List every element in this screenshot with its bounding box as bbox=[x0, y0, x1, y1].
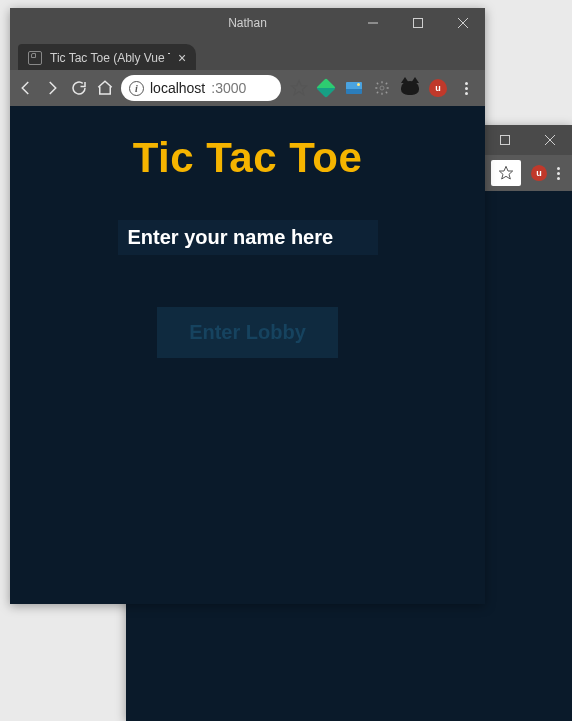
ublock-icon[interactable]: u bbox=[429, 79, 447, 97]
minimize-button[interactable] bbox=[350, 8, 395, 38]
site-info-icon[interactable]: i bbox=[129, 81, 144, 96]
name-input[interactable] bbox=[128, 226, 368, 249]
extension-gear-icon[interactable] bbox=[373, 79, 391, 97]
titlebar-front[interactable]: Nathan bbox=[10, 8, 485, 38]
url-field[interactable]: i localhost:3000 bbox=[121, 75, 281, 101]
browser-window-front: Nathan Tic Tac Toe (Ably Vue Tut × i loc… bbox=[10, 8, 485, 604]
browser-menu-icon[interactable] bbox=[457, 79, 475, 97]
svg-point-10 bbox=[380, 86, 384, 90]
close-window-button[interactable] bbox=[527, 125, 572, 155]
back-button[interactable] bbox=[16, 76, 36, 100]
svg-rect-1 bbox=[500, 136, 509, 145]
bookmark-star-icon[interactable] bbox=[287, 76, 311, 100]
maximize-button[interactable] bbox=[395, 8, 440, 38]
browser-menu-icon[interactable] bbox=[557, 167, 560, 180]
ublock-icon[interactable]: u bbox=[531, 165, 547, 181]
extension-cat-icon[interactable] bbox=[401, 79, 419, 97]
address-bar: i localhost:3000 u bbox=[10, 70, 485, 106]
close-window-button[interactable] bbox=[440, 8, 485, 38]
svg-rect-6 bbox=[413, 19, 422, 28]
forward-button[interactable] bbox=[42, 76, 62, 100]
enter-lobby-button[interactable]: Enter Lobby bbox=[157, 307, 338, 358]
svg-marker-9 bbox=[292, 81, 307, 95]
url-port: :3000 bbox=[211, 80, 246, 96]
url-host: localhost bbox=[150, 80, 205, 96]
name-input-wrapper bbox=[118, 220, 378, 255]
bookmark-star-icon[interactable] bbox=[491, 160, 521, 186]
viewport: Tic Tac Toe Enter Lobby bbox=[10, 106, 485, 604]
tab-title: Tic Tac Toe (Ably Vue Tut bbox=[50, 51, 170, 65]
page-title: Tic Tac Toe bbox=[10, 134, 485, 182]
extension-picture-icon[interactable] bbox=[345, 79, 363, 97]
tab-bar: Tic Tac Toe (Ably Vue Tut × bbox=[10, 38, 485, 70]
browser-tab[interactable]: Tic Tac Toe (Ably Vue Tut × bbox=[18, 44, 196, 70]
page-favicon-icon bbox=[28, 51, 42, 65]
extension-diamond-icon[interactable] bbox=[317, 79, 335, 97]
home-button[interactable] bbox=[95, 76, 115, 100]
maximize-button[interactable] bbox=[482, 125, 527, 155]
tab-close-icon[interactable]: × bbox=[178, 51, 186, 65]
chrome-profile-name[interactable]: Nathan bbox=[228, 16, 267, 30]
svg-marker-4 bbox=[499, 166, 512, 179]
reload-button[interactable] bbox=[69, 76, 89, 100]
